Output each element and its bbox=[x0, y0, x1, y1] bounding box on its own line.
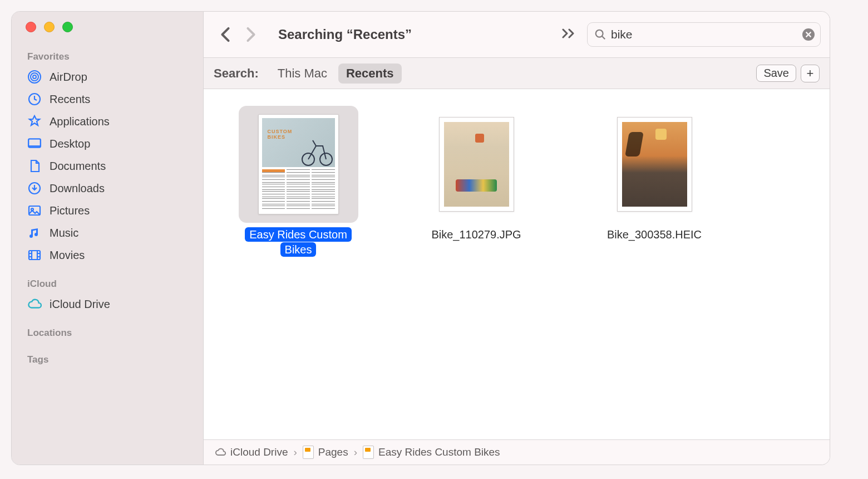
music-icon bbox=[27, 226, 42, 240]
sidebar-item-icloud-drive[interactable]: iCloud Drive bbox=[12, 293, 203, 315]
cloud-icon bbox=[27, 297, 42, 311]
file-item[interactable]: Bike_300358.HEIC bbox=[582, 106, 727, 242]
sidebar-item-label: AirDrop bbox=[50, 70, 87, 84]
path-segment-label: iCloud Drive bbox=[230, 446, 288, 458]
path-bar: iCloud Drive › Pages › Easy Rides Custom… bbox=[204, 439, 830, 465]
downloads-icon bbox=[27, 182, 42, 195]
document-icon bbox=[27, 159, 42, 173]
sidebar-item-pictures[interactable]: Pictures bbox=[12, 199, 203, 222]
sidebar-item-documents[interactable]: Documents bbox=[12, 155, 203, 177]
back-button[interactable] bbox=[213, 22, 238, 47]
pictures-icon bbox=[27, 204, 42, 217]
pages-document-icon bbox=[363, 446, 374, 459]
save-search-button[interactable]: Save bbox=[756, 65, 796, 82]
file-thumbnail bbox=[595, 106, 714, 223]
forward-button[interactable] bbox=[238, 22, 264, 47]
applications-icon bbox=[27, 115, 42, 128]
thumb-overlay-text: BIKES bbox=[268, 134, 286, 140]
sidebar-item-applications[interactable]: Applications bbox=[12, 110, 203, 133]
sidebar: Favorites AirDrop Recents Applications D… bbox=[12, 12, 204, 465]
document-thumbnail: CUSTOM BIKES bbox=[258, 114, 339, 214]
minimize-button[interactable] bbox=[44, 22, 55, 32]
sidebar-item-label: Movies bbox=[50, 248, 85, 262]
sidebar-section-icloud: iCloud bbox=[12, 278, 203, 293]
toolbar: Searching “Recents” bbox=[204, 12, 830, 57]
sidebar-item-airdrop[interactable]: AirDrop bbox=[12, 66, 203, 88]
svg-point-9 bbox=[596, 30, 603, 37]
file-grid[interactable]: CUSTOM BIKES Easy Rides Custom Bikes bbox=[204, 89, 830, 439]
file-item[interactable]: Bike_110279.JPG bbox=[404, 106, 549, 242]
sidebar-item-label: Applications bbox=[50, 114, 110, 129]
clock-icon bbox=[27, 92, 42, 106]
file-item[interactable]: CUSTOM BIKES Easy Rides Custom Bikes bbox=[226, 106, 371, 257]
search-icon bbox=[594, 28, 606, 41]
sidebar-item-music[interactable]: Music bbox=[12, 222, 203, 244]
finder-window: Favorites AirDrop Recents Applications D… bbox=[11, 11, 830, 465]
search-scope-bar: Search: This Mac Recents Save + bbox=[204, 57, 830, 89]
svg-rect-8 bbox=[29, 251, 40, 260]
sidebar-item-label: Downloads bbox=[50, 181, 105, 195]
add-criteria-button[interactable]: + bbox=[801, 65, 820, 82]
file-thumbnail bbox=[417, 106, 536, 223]
toolbar-overflow-button[interactable] bbox=[561, 28, 577, 41]
nav-arrows bbox=[209, 22, 267, 47]
sidebar-item-label: Recents bbox=[50, 92, 90, 106]
sidebar-item-desktop[interactable]: Desktop bbox=[12, 133, 203, 155]
sidebar-item-label: Music bbox=[50, 226, 78, 240]
sidebar-item-label: Desktop bbox=[50, 136, 90, 151]
thumb-overlay-text: CUSTOM bbox=[268, 129, 293, 134]
svg-point-0 bbox=[33, 75, 36, 79]
sidebar-item-label: Pictures bbox=[50, 203, 90, 218]
file-label: Bike_300358.HEIC bbox=[607, 227, 702, 242]
bike-illustration-icon bbox=[300, 134, 334, 167]
chevron-right-icon: › bbox=[354, 446, 357, 458]
svg-point-1 bbox=[31, 73, 38, 81]
image-thumbnail bbox=[439, 117, 514, 212]
fullscreen-button[interactable] bbox=[62, 22, 73, 32]
sidebar-item-label: Documents bbox=[50, 159, 106, 173]
path-segment-file[interactable]: Easy Rides Custom Bikes bbox=[363, 446, 500, 459]
airdrop-icon bbox=[27, 70, 42, 84]
sidebar-item-downloads[interactable]: Downloads bbox=[12, 177, 203, 199]
pages-app-icon bbox=[303, 446, 314, 459]
file-label: Bike_110279.JPG bbox=[431, 227, 521, 242]
desktop-icon bbox=[27, 137, 42, 150]
path-segment-pages[interactable]: Pages bbox=[303, 446, 348, 459]
path-segment-icloud[interactable]: iCloud Drive bbox=[215, 446, 288, 458]
sidebar-section-tags: Tags bbox=[12, 354, 203, 369]
file-label: Easy Rides Custom Bikes bbox=[237, 227, 359, 257]
scope-label: Search: bbox=[214, 66, 259, 81]
scope-recents[interactable]: Recents bbox=[338, 63, 402, 84]
sidebar-section-favorites: Favorites bbox=[12, 51, 203, 66]
path-segment-label: Pages bbox=[318, 446, 348, 458]
sidebar-item-movies[interactable]: Movies bbox=[12, 244, 203, 266]
path-segment-label: Easy Rides Custom Bikes bbox=[378, 446, 500, 458]
movies-icon bbox=[27, 248, 42, 262]
cloud-icon bbox=[215, 447, 226, 458]
chevron-right-icon: › bbox=[293, 446, 297, 458]
scope-this-mac[interactable]: This Mac bbox=[270, 63, 335, 84]
search-input[interactable] bbox=[611, 28, 802, 41]
main-pane: Searching “Recents” Search: This Mac Rec… bbox=[204, 12, 830, 465]
window-title: Searching “Recents” bbox=[278, 27, 556, 42]
sidebar-section-locations: Locations bbox=[12, 328, 203, 342]
clear-search-button[interactable] bbox=[802, 28, 815, 41]
sidebar-item-label: iCloud Drive bbox=[50, 297, 110, 311]
file-thumbnail: CUSTOM BIKES bbox=[239, 106, 358, 223]
search-field[interactable] bbox=[587, 22, 821, 47]
close-icon bbox=[802, 28, 815, 41]
window-controls bbox=[12, 22, 203, 51]
sidebar-item-recents[interactable]: Recents bbox=[12, 88, 203, 110]
close-button[interactable] bbox=[26, 22, 36, 32]
image-thumbnail bbox=[617, 117, 692, 212]
